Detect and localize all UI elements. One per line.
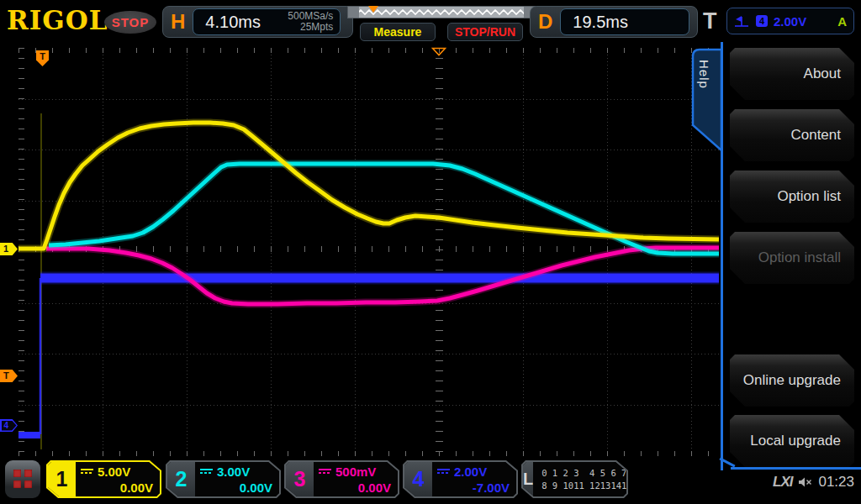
waveform-display: T 1 T 4 xyxy=(0,42,721,469)
channel2-status-block[interactable]: 2 3.00V 0.00V xyxy=(166,460,281,498)
menu-button-local-upgrade[interactable]: Local upgrade xyxy=(730,415,854,467)
h-label: H xyxy=(163,10,193,34)
logic-label: L xyxy=(523,462,533,496)
trigger-mode: A xyxy=(837,14,847,29)
waveform-position-strip[interactable] xyxy=(347,6,536,18)
menu-button-option-install[interactable]: Option install xyxy=(730,232,854,284)
ch1-offset: 0.00V xyxy=(81,480,153,495)
ch1-coupling-icon xyxy=(81,468,93,475)
trigger-edge-icon xyxy=(734,14,750,29)
menu-button-online-upgrade[interactable]: Online upgrade xyxy=(730,354,854,407)
ch4-offset: -7.00V xyxy=(437,480,510,495)
logic-channels-block[interactable]: L 0 1 2 3 4 5 6 7 8 9 1011 12131415 xyxy=(521,460,628,498)
delay-value: 19.5ms xyxy=(561,13,628,32)
ch3-scale: 500mV xyxy=(335,465,376,479)
ch1-trace-fuzz xyxy=(18,123,719,249)
menu-grid-icon xyxy=(13,470,32,488)
menu-button-about[interactable]: About xyxy=(730,48,854,100)
trigger-label: T xyxy=(703,8,717,34)
ch3-coupling-icon xyxy=(319,468,331,475)
channel4-number: 4 xyxy=(404,462,432,496)
run-state-badge: STOP xyxy=(104,11,156,34)
memory-depth: 25Mpts xyxy=(300,21,333,33)
channel3-number: 3 xyxy=(286,462,314,496)
channel4-status-block[interactable]: 4 2.00V -7.00V xyxy=(403,460,518,498)
channel1-status-block[interactable]: 1 5.00V 0.00V xyxy=(46,460,161,498)
stop-run-button[interactable]: STOP/RUN xyxy=(447,23,523,41)
ch2-coupling-icon xyxy=(200,468,213,475)
strip-left-cap xyxy=(348,7,359,18)
ch4-coupling-icon xyxy=(437,468,450,475)
horizontal-timebase-block[interactable]: H 4.10ms 500MSa/s 25Mpts xyxy=(162,6,353,38)
logic-channel-numbers: 0 1 2 3 4 5 6 7 8 9 1011 12131415 xyxy=(533,462,631,496)
trigger-position-marker-icon xyxy=(431,47,446,56)
menu-button-option-list[interactable]: Option list xyxy=(730,171,854,223)
waveform-traces xyxy=(0,42,721,469)
channel1-number: 1 xyxy=(48,462,76,496)
trigger-level-value: 2.00V xyxy=(774,14,806,29)
help-menu-tab[interactable]: Help xyxy=(690,48,722,152)
delay-block[interactable]: D 19.5ms xyxy=(530,6,698,38)
ch2-offset: 0.00V xyxy=(200,480,272,495)
trigger-status-panel[interactable]: 4 2.00V A xyxy=(726,8,854,34)
oscilloscope-screen: RIGOL STOP H 4.10ms 500MSa/s 25Mpts Meas… xyxy=(0,0,861,504)
channel3-status-block[interactable]: 3 500mV 0.00V xyxy=(284,460,399,498)
measure-button[interactable]: Measure xyxy=(360,23,436,41)
ch3-offset: 0.00V xyxy=(319,480,391,495)
trigger-source-badge: 4 xyxy=(756,15,768,27)
navigation-menu-button[interactable] xyxy=(5,460,40,498)
menu-panel-border xyxy=(731,467,861,470)
sound-muted-icon xyxy=(798,476,812,488)
ch1-trace xyxy=(18,123,719,249)
help-tab-label: Help xyxy=(697,60,711,89)
ch1-scale: 5.00V xyxy=(98,465,130,479)
timebase-value: 4.10ms xyxy=(193,13,261,32)
menu-button-content[interactable]: Content xyxy=(730,109,854,161)
lxi-indicator: LXI xyxy=(773,474,792,491)
trigger-position-strip-marker[interactable] xyxy=(368,6,378,13)
ch2-scale: 3.00V xyxy=(217,465,250,479)
d-label: D xyxy=(531,10,560,34)
rigol-logo: RIGOL xyxy=(7,5,108,35)
sample-rate: 500MSa/s xyxy=(288,10,333,22)
clock: 01:23 xyxy=(818,474,854,491)
ch4-scale: 2.00V xyxy=(454,465,487,479)
channel2-number: 2 xyxy=(167,462,195,496)
ch2-trace xyxy=(49,164,719,254)
